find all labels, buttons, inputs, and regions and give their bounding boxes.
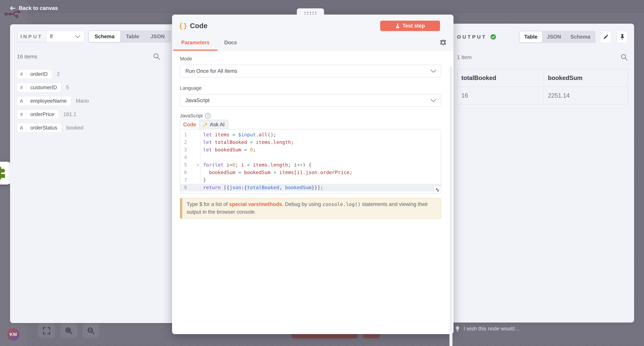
code-text: } bbox=[200, 176, 206, 184]
help-circle-icon[interactable]: ? bbox=[205, 113, 211, 118]
output-column-totalbooked: totalBooked bbox=[457, 69, 544, 87]
schema-field-orderID[interactable]: #orderID2 bbox=[17, 69, 174, 79]
line-number: 4 bbox=[180, 154, 200, 161]
back-to-canvas-button[interactable]: Back to canvas bbox=[10, 5, 58, 11]
field-type-icon: A bbox=[17, 123, 26, 132]
node-settings-gear-icon[interactable] bbox=[439, 38, 447, 47]
input-view-tabs: Schema Table JSON bbox=[88, 30, 171, 43]
input-node-selector[interactable]: INPUT If bbox=[17, 31, 84, 42]
field-value: 2 bbox=[57, 71, 60, 77]
modal-scrollbar[interactable] bbox=[450, 66, 452, 346]
code-line-1: 1let items = $input.all(); bbox=[180, 131, 441, 138]
test-step-button[interactable]: Test step bbox=[380, 21, 440, 31]
output-tab-schema[interactable]: Schema bbox=[566, 31, 595, 42]
input-search-icon[interactable] bbox=[153, 53, 160, 60]
back-to-canvas-label: Back to canvas bbox=[19, 5, 58, 11]
code-text: let totalBooked = items.length; bbox=[200, 138, 294, 146]
zoom-in-button[interactable] bbox=[60, 323, 77, 338]
fit-view-icon bbox=[43, 327, 50, 334]
field-value: 5 bbox=[66, 84, 69, 90]
schema-field-pill[interactable]: AorderStatus bbox=[17, 123, 62, 133]
user-avatar[interactable]: KM bbox=[7, 328, 20, 341]
fit-view-button[interactable] bbox=[38, 323, 55, 338]
input-tab-schema[interactable]: Schema bbox=[89, 31, 120, 42]
tab-docs[interactable]: Docs bbox=[224, 40, 237, 51]
code-node-icon: {} bbox=[179, 22, 188, 30]
schema-field-orderPrice[interactable]: #orderPrice161.1 bbox=[17, 110, 174, 119]
schema-field-orderStatus[interactable]: AorderStatusbooked bbox=[17, 123, 174, 133]
tab-parameters[interactable]: Parameters bbox=[173, 40, 218, 51]
chevron-down-icon bbox=[430, 98, 436, 102]
line-number: 3 bbox=[180, 146, 200, 154]
line-number: 7 bbox=[180, 176, 200, 184]
line-number: 2 bbox=[180, 138, 200, 146]
zoom-in-icon bbox=[65, 327, 73, 335]
output-view-tabs: Table JSON Schema bbox=[519, 31, 596, 43]
schema-field-pill[interactable]: #customerID bbox=[17, 83, 62, 92]
wish-feedback-button[interactable]: I wish this node would… bbox=[455, 326, 520, 332]
code-editor[interactable]: 1let items = $input.all();2let totalBook… bbox=[180, 129, 441, 194]
editor-tab-ask-ai-label: Ask AI bbox=[210, 122, 225, 128]
mode-select[interactable]: Run Once for All Items bbox=[180, 65, 441, 77]
test-step-label: Test step bbox=[402, 23, 425, 29]
sparkles-icon bbox=[203, 122, 208, 127]
input-schema-list: #orderID2#customerID5AemployeeNameMario#… bbox=[17, 69, 174, 133]
zoom-out-button[interactable] bbox=[82, 323, 99, 338]
editor-tab-ask-ai[interactable]: Ask AI bbox=[199, 120, 228, 129]
input-tab-table[interactable]: Table bbox=[120, 31, 145, 42]
field-name: orderID bbox=[26, 70, 52, 79]
back-arrow-icon bbox=[10, 6, 16, 11]
field-value: Mario bbox=[76, 98, 89, 104]
flask-icon bbox=[396, 23, 400, 28]
expand-editor-button[interactable] bbox=[433, 186, 441, 194]
line-number: 1 bbox=[180, 131, 200, 138]
inline-code: console.log() bbox=[322, 202, 360, 207]
output-tab-json[interactable]: JSON bbox=[542, 31, 566, 42]
output-table-row: 16 2251.14 bbox=[457, 87, 628, 104]
code-line-5: 5vfor(let i=0; i < items.length; i++) { bbox=[180, 161, 441, 169]
field-type-icon: # bbox=[17, 70, 26, 79]
avatar-initials: KM bbox=[10, 332, 17, 337]
line-number: 8 bbox=[180, 184, 200, 191]
field-value: 161.1 bbox=[64, 111, 76, 118]
code-text: bookedSum = bookedSum + items[i].json.or… bbox=[200, 169, 352, 176]
pin-output-button[interactable] bbox=[616, 31, 628, 43]
output-items-count: 1 item bbox=[457, 54, 472, 60]
mode-label: Mode bbox=[180, 56, 441, 62]
field-name: orderStatus bbox=[26, 123, 62, 132]
schema-field-employeeName[interactable]: AemployeeNameMario bbox=[17, 96, 174, 106]
schema-field-pill[interactable]: #orderID bbox=[17, 69, 52, 79]
edit-output-button[interactable] bbox=[600, 31, 612, 43]
mode-select-value: Run Once for All Items bbox=[185, 68, 237, 74]
input-node-bubble-if[interactable] bbox=[0, 162, 12, 184]
line-number: 6 bbox=[180, 169, 200, 176]
pin-icon bbox=[620, 34, 625, 40]
input-tab-json[interactable]: JSON bbox=[145, 31, 170, 42]
field-name: employeeName bbox=[26, 96, 71, 106]
input-panel: INPUT If Schema Table JSON 16 items #ord… bbox=[10, 24, 174, 323]
output-panel-label: OUTPUT bbox=[457, 34, 487, 40]
schema-field-pill[interactable]: #orderPrice bbox=[17, 110, 59, 119]
chevron-down-icon bbox=[430, 69, 436, 73]
code-node-modal: {} Code Test step Parameters Docs bbox=[172, 14, 454, 334]
input-items-count: 16 items bbox=[17, 54, 37, 60]
editor-tab-code[interactable]: Code bbox=[180, 120, 200, 129]
code-line-8: 8return [{json:{totalBooked, bookedSum}}… bbox=[180, 184, 441, 191]
special-vars-link[interactable]: special vars/methods bbox=[229, 201, 282, 207]
field-name: orderPrice bbox=[26, 110, 59, 119]
success-check-icon bbox=[490, 34, 496, 40]
fold-chevron-icon[interactable]: v bbox=[197, 161, 199, 169]
output-search-icon[interactable] bbox=[620, 54, 628, 61]
code-line-3: 3let bookedSum = 0; bbox=[180, 146, 441, 154]
if-node-icon bbox=[0, 165, 8, 181]
output-cell-totalbooked: 16 bbox=[457, 87, 544, 104]
modal-header: {} Code Test step Parameters Docs bbox=[172, 14, 454, 51]
schema-field-pill[interactable]: AemployeeName bbox=[17, 96, 72, 106]
code-line-2: 2let totalBooked = items.length; bbox=[180, 138, 441, 146]
zoom-out-icon bbox=[87, 327, 95, 335]
schema-field-customerID[interactable]: #customerID5 bbox=[17, 83, 174, 92]
output-tab-table[interactable]: Table bbox=[520, 31, 542, 42]
language-select[interactable]: JavaScript bbox=[180, 94, 441, 107]
code-line-6: 6 bookedSum = bookedSum + items[i].json.… bbox=[180, 169, 441, 176]
input-panel-label: INPUT bbox=[17, 31, 46, 42]
